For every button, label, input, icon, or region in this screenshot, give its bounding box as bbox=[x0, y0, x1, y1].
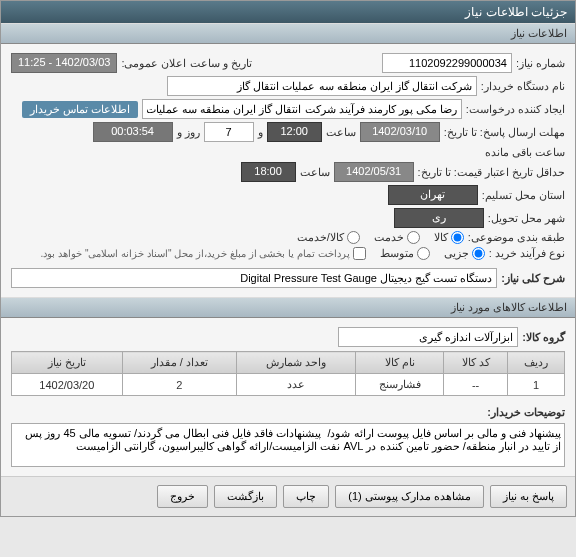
contact-badge[interactable]: اطلاعات تماس خریدار bbox=[22, 101, 138, 118]
time-label-2: ساعت bbox=[300, 166, 330, 179]
th-qty: تعداد / مقدار bbox=[122, 352, 236, 374]
and-label: و bbox=[258, 126, 263, 139]
remain-label: ساعت باقی مانده bbox=[485, 146, 565, 159]
td-date: 1402/03/20 bbox=[12, 374, 123, 396]
th-row: ردیف bbox=[508, 352, 565, 374]
goods-group-label: گروه کالا: bbox=[522, 331, 565, 344]
need-content: شماره نیاز: تاریخ و ساعت اعلان عمومی: 14… bbox=[1, 44, 575, 297]
deadline-label: مهلت ارسال پاسخ: تا تاریخ: bbox=[444, 126, 565, 139]
process-radio-group: جزیی متوسط bbox=[380, 247, 485, 260]
attachments-button[interactable]: مشاهده مدارک پیوستی (1) bbox=[335, 485, 484, 508]
checkbox-treasury[interactable]: پرداخت تمام یا بخشی از مبلغ خرید،از محل … bbox=[41, 247, 366, 260]
radio-goods[interactable]: کالا bbox=[434, 231, 464, 244]
radio-goods-service[interactable]: کالا/خدمت bbox=[297, 231, 360, 244]
th-name: نام کالا bbox=[356, 352, 444, 374]
radio-service[interactable]: خدمت bbox=[374, 231, 420, 244]
city-value: ری bbox=[394, 208, 484, 228]
exit-button[interactable]: خروج bbox=[157, 485, 208, 508]
td-qty: 2 bbox=[122, 374, 236, 396]
announce-value: 1402/03/03 - 11:25 bbox=[11, 53, 117, 73]
need-no-input[interactable] bbox=[382, 53, 512, 73]
td-unit: عدد bbox=[236, 374, 355, 396]
desc-input[interactable] bbox=[11, 268, 497, 288]
city-label: شهر محل تحویل: bbox=[488, 212, 565, 225]
td-row: 1 bbox=[508, 374, 565, 396]
main-window: جزئیات اطلاعات نیاز اطلاعات نیاز شماره ن… bbox=[0, 0, 576, 517]
deadline-time: 12:00 bbox=[267, 122, 322, 142]
table-header-row: ردیف کد کالا نام کالا واحد شمارش تعداد /… bbox=[12, 352, 565, 374]
validity-label: حداقل تاریخ اعتبار قیمت: تا تاریخ: bbox=[418, 166, 565, 179]
radio-medium-input[interactable] bbox=[417, 247, 430, 260]
validity-date: 1402/05/31 bbox=[334, 162, 414, 182]
td-code: -- bbox=[444, 374, 508, 396]
radio-partial-input[interactable] bbox=[472, 247, 485, 260]
table-row[interactable]: 1 -- فشارسنج عدد 2 1402/03/20 bbox=[12, 374, 565, 396]
radio-medium[interactable]: متوسط bbox=[380, 247, 430, 260]
time-label-1: ساعت bbox=[326, 126, 356, 139]
category-radio-group: کالا خدمت کالا/خدمت bbox=[297, 231, 464, 244]
checkbox-treasury-input[interactable] bbox=[353, 247, 366, 260]
goods-group-input[interactable] bbox=[338, 327, 518, 347]
buyer-notes-label: توضیحات خریدار: bbox=[487, 406, 565, 419]
section-header-need: اطلاعات نیاز bbox=[1, 23, 575, 44]
need-no-label: شماره نیاز: bbox=[516, 57, 565, 70]
creator-input[interactable] bbox=[142, 99, 462, 119]
radio-goods-service-input[interactable] bbox=[347, 231, 360, 244]
window-title: جزئیات اطلاعات نیاز bbox=[465, 5, 567, 19]
print-button[interactable]: چاپ bbox=[283, 485, 329, 508]
days-input[interactable] bbox=[204, 122, 254, 142]
window-titlebar: جزئیات اطلاعات نیاز bbox=[1, 1, 575, 23]
th-code: کد کالا bbox=[444, 352, 508, 374]
day-label: روز و bbox=[177, 126, 200, 139]
creator-label: ایجاد کننده درخواست: bbox=[466, 103, 565, 116]
buyer-input[interactable] bbox=[167, 76, 477, 96]
deadline-date: 1402/03/10 bbox=[360, 122, 440, 142]
radio-goods-input[interactable] bbox=[451, 231, 464, 244]
th-unit: واحد شمارش bbox=[236, 352, 355, 374]
validity-time: 18:00 bbox=[241, 162, 296, 182]
remain-time: 00:03:54 bbox=[93, 122, 173, 142]
th-date: تاریخ نیاز bbox=[12, 352, 123, 374]
back-button[interactable]: بازگشت bbox=[214, 485, 277, 508]
goods-content: گروه کالا: ردیف کد کالا نام کالا واحد شم… bbox=[1, 318, 575, 476]
td-name: فشارسنج bbox=[356, 374, 444, 396]
radio-service-input[interactable] bbox=[407, 231, 420, 244]
buyer-label: نام دستگاه خریدار: bbox=[481, 80, 565, 93]
announce-label: تاریخ و ساعت اعلان عمومی: bbox=[121, 57, 251, 70]
location-value: تهران bbox=[388, 185, 478, 205]
process-label: نوع فرآیند خرید : bbox=[489, 247, 565, 260]
buyer-notes-textarea[interactable] bbox=[11, 423, 565, 467]
location-label: استان محل تسلیم: bbox=[482, 189, 565, 202]
footer-bar: پاسخ به نیاز مشاهده مدارک پیوستی (1) چاپ… bbox=[1, 476, 575, 516]
desc-label: شرح کلی نیاز: bbox=[501, 272, 565, 285]
section-header-goods: اطلاعات کالاهای مورد نیاز bbox=[1, 297, 575, 318]
respond-button[interactable]: پاسخ به نیاز bbox=[490, 485, 567, 508]
goods-table: ردیف کد کالا نام کالا واحد شمارش تعداد /… bbox=[11, 351, 565, 396]
radio-partial[interactable]: جزیی bbox=[444, 247, 485, 260]
category-label: طبقه بندی موضوعی: bbox=[468, 231, 565, 244]
